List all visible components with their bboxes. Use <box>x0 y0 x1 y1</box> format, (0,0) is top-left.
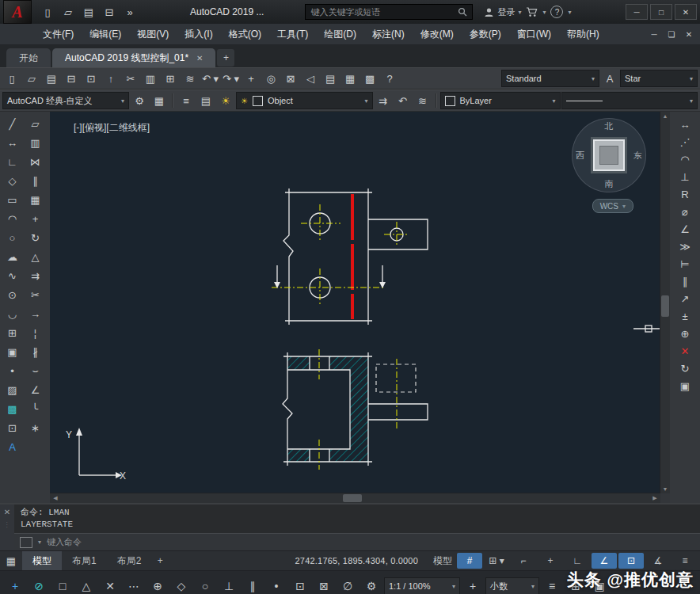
crosshair-icon[interactable]: + <box>462 577 484 594</box>
precision-combo[interactable]: 小数 <box>485 577 539 594</box>
doc-close-button[interactable]: ✕ <box>681 28 697 40</box>
color-combo[interactable]: ByLayer <box>440 92 561 109</box>
osnap-nearest-icon[interactable]: ⊠ <box>313 577 335 594</box>
search-input[interactable]: 键入关键字或短语 <box>305 4 473 20</box>
command-customize-icon[interactable] <box>20 537 32 548</box>
menu-window[interactable]: 窗口(W) <box>509 25 559 44</box>
command-input[interactable]: ▾ 键入命令 <box>14 533 700 550</box>
pan-icon[interactable]: + <box>242 70 261 86</box>
trim-tool-icon[interactable]: ✂ <box>25 286 46 303</box>
move-tool-icon[interactable]: + <box>25 210 46 227</box>
dim-break-icon[interactable]: ✕ <box>675 343 694 359</box>
gradient-tool-icon[interactable]: ▩ <box>2 400 23 417</box>
osnap-node-icon[interactable]: • <box>265 577 287 594</box>
dim-diameter-icon[interactable]: ⌀ <box>675 204 694 219</box>
layout-tab-model[interactable]: 模型 <box>22 551 62 570</box>
osnap-tracking-toggle[interactable]: ∡ <box>645 553 671 569</box>
status-model-button[interactable]: 模型 <box>430 553 455 569</box>
vertical-scroll-thumb[interactable] <box>661 295 669 317</box>
new-layout-button[interactable]: + <box>151 551 169 570</box>
osnap-insertion-icon[interactable]: ⊡ <box>289 577 311 594</box>
scroll-down-icon[interactable]: ▼ <box>660 486 670 492</box>
qat-save-icon[interactable]: ▤ <box>79 4 98 20</box>
copy-icon[interactable]: ▥ <box>141 70 160 86</box>
revision-cloud-tool-icon[interactable]: ☁ <box>2 248 23 265</box>
help-question-icon[interactable]: ? <box>550 6 563 18</box>
dim-angular-icon[interactable]: ∠ <box>675 221 694 237</box>
menu-parametric[interactable]: 参数(P) <box>462 25 509 44</box>
copy-tool-icon[interactable]: ▥ <box>25 134 46 151</box>
layer-properties-icon[interactable]: ≡ <box>177 93 196 109</box>
paste-icon[interactable]: ⊞ <box>161 70 180 86</box>
dim-style-combo[interactable]: Standard <box>501 70 599 87</box>
match-properties-icon[interactable]: ≋ <box>181 70 200 86</box>
menu-dimension[interactable]: 标注(N) <box>364 25 413 44</box>
scroll-left-icon[interactable]: ◀ <box>51 495 60 501</box>
dynamic-input-toggle[interactable]: + <box>538 553 563 569</box>
tool-palettes-icon[interactable]: ▩ <box>360 70 379 86</box>
ellipse-arc-tool-icon[interactable]: ◡ <box>2 305 23 322</box>
line-tool-icon[interactable]: ╱ <box>2 115 23 132</box>
lineweight-toggle[interactable]: ≡ <box>672 553 698 569</box>
match-layer-icon[interactable]: ≋ <box>413 93 432 109</box>
ortho-toggle[interactable]: ∟ <box>565 553 590 569</box>
osnap-parallel-icon[interactable]: ∥ <box>242 577 264 594</box>
construction-line-tool-icon[interactable]: ↔ <box>2 134 23 151</box>
stretch-tool-icon[interactable]: ⇉ <box>25 267 46 284</box>
snap-toggle[interactable]: ⊞ ▾ <box>484 553 509 569</box>
wcs-button[interactable]: WCS <box>592 199 633 213</box>
viewcube[interactable] <box>593 139 625 171</box>
infer-constraints-toggle[interactable]: ⌐ <box>511 553 536 569</box>
plot-icon[interactable]: ⊟ <box>62 70 81 86</box>
search-icon[interactable] <box>458 7 467 17</box>
plot-preview-icon[interactable]: ⊡ <box>82 70 101 86</box>
osnap-toggle[interactable]: ⊡ <box>618 553 644 569</box>
scroll-right-icon[interactable]: ▶ <box>650 495 660 501</box>
insert-block-tool-icon[interactable]: ⊞ <box>2 324 23 341</box>
zoom-window-icon[interactable]: ⊠ <box>281 70 300 86</box>
cart-icon[interactable] <box>526 7 538 17</box>
compass-west-label[interactable]: 西 <box>576 150 584 162</box>
save-icon[interactable]: ▤ <box>42 70 61 86</box>
layer-on-off-sun-icon[interactable]: ☀ <box>216 93 235 109</box>
compass-south-label[interactable]: 南 <box>605 178 614 190</box>
make-block-tool-icon[interactable]: ▣ <box>2 343 23 360</box>
extend-tool-icon[interactable]: → <box>25 305 46 322</box>
ucs-icon[interactable]: Y X <box>66 428 126 482</box>
menu-tools[interactable]: 工具(T) <box>269 25 316 44</box>
point-tool-icon[interactable]: • <box>2 362 23 379</box>
osnap-perpendicular-icon[interactable]: ⊥ <box>218 577 240 594</box>
titlebar-minimize-button[interactable]: ─ <box>626 4 648 20</box>
viewport-controls-label[interactable]: [-][俯视][二维线框] <box>74 121 150 135</box>
command-caret-icon[interactable]: ▾ <box>38 539 41 546</box>
osnap-center-icon[interactable]: ⊕ <box>146 577 169 594</box>
help-icon[interactable]: ? <box>380 70 399 86</box>
new-icon[interactable]: ▯ <box>2 70 21 86</box>
menu-help[interactable]: 帮助(H) <box>559 25 607 44</box>
tab-start[interactable]: 开始 <box>6 48 51 67</box>
scale-tool-icon[interactable]: △ <box>25 248 46 265</box>
osnap-quadrant-icon[interactable]: ◇ <box>170 577 192 594</box>
osnap-from-icon[interactable]: ⊘ <box>28 577 50 594</box>
table-style-combo[interactable]: Star <box>620 70 698 87</box>
dim-linear-icon[interactable]: ↔ <box>675 116 694 132</box>
array-tool-icon[interactable]: ▦ <box>25 191 46 208</box>
qat-plot-icon[interactable]: ⊟ <box>100 4 119 20</box>
dim-center-mark-icon[interactable]: ⊕ <box>675 326 694 341</box>
layer-previous-icon[interactable]: ↶ <box>394 93 413 109</box>
layer-combo[interactable]: ☀ Object <box>236 92 373 109</box>
isolate-objects-icon[interactable]: ≡ <box>541 577 563 594</box>
layout-tab-layout2[interactable]: 布局2 <box>107 551 152 570</box>
horizontal-scroll-thumb[interactable] <box>343 494 362 502</box>
menu-insert[interactable]: 插入(I) <box>177 25 220 44</box>
menu-file[interactable]: 文件(F) <box>35 25 82 44</box>
new-tab-button[interactable]: + <box>217 49 234 67</box>
designcenter-icon[interactable]: ▦ <box>340 70 360 86</box>
qat-customize-icon[interactable]: » <box>120 4 139 20</box>
layout-tab-layout1[interactable]: 布局1 <box>62 551 107 570</box>
spline-tool-icon[interactable]: ∿ <box>2 267 23 284</box>
dim-aligned-icon[interactable]: ⋰ <box>675 134 694 150</box>
snap-grid-icon[interactable]: ▦ <box>150 93 169 109</box>
autocad-logo[interactable]: A <box>3 0 32 24</box>
break-tool-icon[interactable]: ∦ <box>25 343 46 360</box>
